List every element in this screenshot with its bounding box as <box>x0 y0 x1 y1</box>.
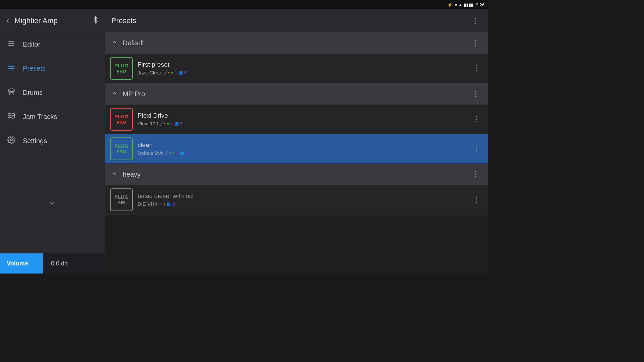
effect-wave-4: ∿ <box>159 201 163 206</box>
preset-more-first[interactable]: ⋮ <box>470 63 483 74</box>
settings-label: Settings <box>23 137 47 145</box>
group-header-default[interactable]: Default ⋮ <box>105 32 488 54</box>
svg-point-4 <box>12 43 13 44</box>
effect-cab-4: ▪ <box>164 201 165 206</box>
preset-amp-diesel: DIE VH4 <box>138 201 157 207</box>
volume-value: 0.0 db <box>43 260 68 267</box>
preset-sub-diesel: DIE VH4 ∿ ▪ ▦ ⊞ <box>138 201 466 207</box>
content-header: Presets ⋮ <box>105 9 488 32</box>
effect-icons-clean: ╱ ▪ ≡ ∿ ▦ ⊞ <box>166 150 189 156</box>
preset-item-first-preset[interactable]: PLUG PRO First preset Jazz Clean ╱ ▪ ≡ ∿… <box>105 54 488 83</box>
sidebar-header: ‹ Mightier Amp <box>0 9 105 32</box>
group-header-mp-pro[interactable]: MP Pro ⋮ <box>105 83 488 105</box>
editor-icon <box>7 39 16 49</box>
chevron-default-icon <box>111 39 117 47</box>
preset-more-clean[interactable]: ⋮ <box>470 143 483 155</box>
status-bar: ⚡ ▼▲ ▮▮▮▮ 9:26 <box>0 0 488 9</box>
sidebar-item-editor[interactable]: Editor <box>0 32 105 56</box>
group-more-heavy[interactable]: ⋮ <box>469 169 482 180</box>
bluetooth-icon: ⚡ <box>447 2 452 7</box>
settings-icon <box>7 136 16 146</box>
presets-label: Presets <box>23 65 46 72</box>
effect-icons-first: ╱ ▪ ≡ ∿ ▦ ⊞ <box>164 70 187 75</box>
effect-drive-2: ╱ <box>160 121 163 126</box>
content-area: Presets ⋮ Default ⋮ PLUG PRO <box>105 9 488 274</box>
sidebar-item-settings[interactable]: Settings <box>0 129 105 153</box>
preset-name-first: First preset <box>138 61 466 68</box>
chevron-mp-pro-icon <box>111 90 117 98</box>
battery-icon: ▮▮▮▮ <box>464 2 473 7</box>
preset-name-diesel: basic diesel with od <box>138 192 466 200</box>
sidebar: ‹ Mightier Amp Editor <box>0 9 105 274</box>
badge-plug-text-3: PLUG <box>114 143 128 149</box>
effect-drive-1: ╱ <box>164 70 167 75</box>
effect-eq-1: ≡ <box>171 70 173 75</box>
badge-plug-text-4: PLUG <box>114 194 128 200</box>
preset-badge-first-preset: PLUG PRO <box>110 57 133 80</box>
volume-label: Volume <box>7 260 28 267</box>
editor-label: Editor <box>23 41 40 48</box>
preset-info-plexi: Plexi Drive Plexi 100 ╱ ▪ ≡ ∿ ▦ ⊞ <box>138 112 466 126</box>
sidebar-item-presets[interactable]: Presets <box>0 56 105 80</box>
volume-slider[interactable] <box>37 253 43 274</box>
preset-badge-clean: PLUG PRO <box>110 137 133 160</box>
preset-sub-first: Jazz Clean ╱ ▪ ≡ ∿ ▦ ⊞ <box>138 70 466 75</box>
preset-amp-clean: Deluxe Rvb <box>138 150 164 156</box>
effect-fx-1: ⊞ <box>184 70 187 75</box>
effect-wave-3: ∿ <box>175 150 179 156</box>
jam-tracks-icon <box>7 112 16 122</box>
preset-name-clean: clean <box>138 141 466 149</box>
effect-fx-3: ⊞ <box>185 150 189 156</box>
back-button[interactable]: ‹ <box>5 15 10 26</box>
preset-info-clean: clean Deluxe Rvb ╱ ▪ ≡ ∿ ▦ ⊞ <box>138 141 466 156</box>
group-more-default[interactable]: ⋮ <box>469 37 482 49</box>
preset-more-diesel[interactable]: ⋮ <box>470 194 483 205</box>
effect-icons-diesel: ∿ ▪ ▦ ⊞ <box>159 201 175 206</box>
volume-bar: Volume 0.0 db <box>0 253 105 274</box>
preset-item-clean[interactable]: PLUG PRO clean Deluxe Rvb ╱ ▪ ≡ ∿ ▦ ⊞ <box>105 134 488 164</box>
svg-point-19 <box>10 139 12 141</box>
svg-point-3 <box>9 41 11 42</box>
effect-mod-1: ▦ <box>179 70 183 75</box>
chevron-heavy-icon <box>111 171 117 178</box>
effect-cab-1: ▪ <box>168 70 170 75</box>
preset-sub-clean: Deluxe Rvb ╱ ▪ ≡ ∿ ▦ ⊞ <box>138 150 466 156</box>
effect-cab-2: ▪ <box>164 121 166 126</box>
sidebar-scroll-indicator <box>0 196 105 210</box>
preset-badge-plexi: PLUG PRO <box>110 108 133 131</box>
group-more-mp-pro[interactable]: ⋮ <box>469 88 482 100</box>
group-header-heavy[interactable]: heavy ⋮ <box>105 164 488 185</box>
group-name-default: Default <box>123 39 464 47</box>
effect-mod-4: ▦ <box>166 201 170 206</box>
preset-item-basic-diesel[interactable]: PLUG AIR basic diesel with od DIE VH4 ∿ … <box>105 185 488 215</box>
jam-tracks-label: Jam Tracks <box>23 113 57 121</box>
svg-line-12 <box>13 93 13 95</box>
svg-point-5 <box>9 45 11 46</box>
preset-more-plexi[interactable]: ⋮ <box>470 114 483 125</box>
preset-item-plexi-drive[interactable]: PLUG PRO Plexi Drive Plexi 100 ╱ ▪ ≡ ∿ ▦… <box>105 105 488 134</box>
app-title: Mightier Amp <box>14 16 88 25</box>
sidebar-item-jam-tracks[interactable]: Jam Tracks <box>0 105 105 129</box>
preset-sub-plexi: Plexi 100 ╱ ▪ ≡ ∿ ▦ ⊞ <box>138 121 466 126</box>
effect-fx-4: ⊞ <box>171 201 175 206</box>
preset-badge-diesel: PLUG AIR <box>110 188 133 211</box>
effect-fx-2: ⊞ <box>180 121 183 126</box>
presets-list: Default ⋮ PLUG PRO First preset Jazz Cle… <box>105 32 488 274</box>
effect-icons-plexi: ╱ ▪ ≡ ∿ ▦ ⊞ <box>160 121 183 126</box>
svg-point-10 <box>8 89 14 92</box>
preset-info-diesel: basic diesel with od DIE VH4 ∿ ▪ ▦ ⊞ <box>138 192 466 207</box>
content-more-button[interactable]: ⋮ <box>469 15 482 26</box>
badge-plug-text-2: PLUG <box>114 114 128 120</box>
bluetooth-button[interactable] <box>92 16 99 25</box>
preset-info-first-preset: First preset Jazz Clean ╱ ▪ ≡ ∿ ▦ ⊞ <box>138 61 466 75</box>
status-icons: ⚡ ▼▲ ▮▮▮▮ 9:26 <box>447 2 484 7</box>
effect-cab-3: ▪ <box>169 150 171 156</box>
preset-amp-plexi: Plexi 100 <box>138 121 158 126</box>
group-name-heavy: heavy <box>123 171 464 178</box>
sidebar-item-drums[interactable]: Drums <box>0 80 105 105</box>
volume-button[interactable]: Volume <box>0 253 37 274</box>
presets-icon <box>7 63 16 73</box>
effect-drive-3: ╱ <box>166 150 168 156</box>
effect-mod-2: ▦ <box>175 121 179 126</box>
preset-amp-first: Jazz Clean <box>138 70 162 75</box>
